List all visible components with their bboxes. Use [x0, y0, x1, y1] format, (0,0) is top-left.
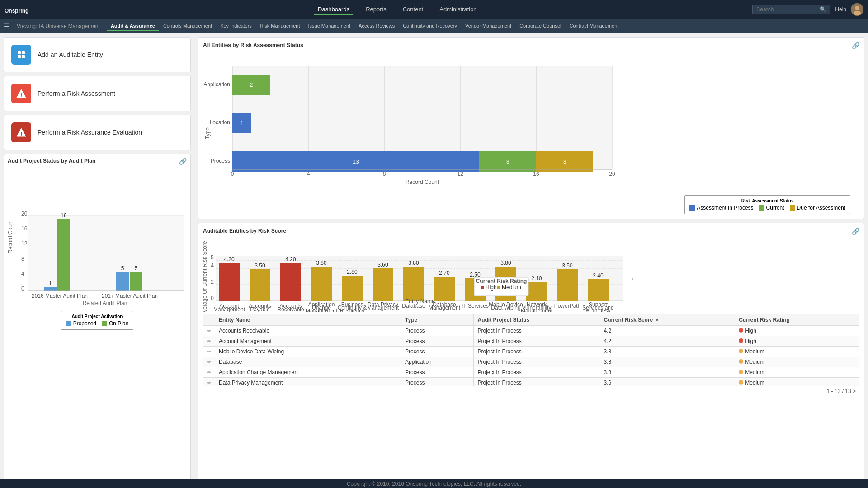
svg-rect-85: [250, 269, 270, 301]
avatar[interactable]: [851, 3, 863, 16]
svg-text:Payable: Payable: [250, 306, 270, 312]
risk-assurance-icon: [11, 122, 31, 142]
svg-rect-31: [57, 219, 70, 291]
sec-nav-counsel[interactable]: Corporate Counsel: [516, 21, 565, 31]
risk-score-link[interactable]: 🔗: [852, 228, 859, 235]
entity-table-wrapper[interactable]: Entity Name Type Audit Project Status Cu…: [203, 314, 859, 386]
svg-point-2: [854, 11, 861, 15]
hamburger-icon[interactable]: ☰: [4, 23, 9, 30]
edit-cell[interactable]: ✏: [203, 357, 215, 367]
risk-status-svg: Type Application Location Process 2: [203, 52, 637, 192]
edit-cell[interactable]: ✏: [203, 336, 215, 347]
svg-rect-110: [434, 277, 455, 301]
col-header-score[interactable]: Current Risk Score ▼: [600, 314, 735, 326]
sec-nav-continuity[interactable]: Continuity and Recovery: [399, 21, 461, 31]
current-label: Current: [766, 205, 784, 211]
table-row: ✏ Data Privacy Management Process Projec…: [203, 378, 859, 387]
score-sort-icon[interactable]: ▼: [655, 317, 660, 323]
rating-dot: [739, 370, 743, 374]
risk-status-legend: Risk Assessment Status Assessment In Pro…: [203, 195, 859, 214]
sec-nav-key[interactable]: Key Indicators: [217, 21, 255, 31]
svg-text:Help Desk: Help Desk: [585, 308, 611, 312]
score-cell: 4.2: [600, 336, 735, 347]
edit-icon[interactable]: ✏: [207, 328, 211, 333]
nav-dashboards[interactable]: Dashboards: [314, 4, 353, 15]
risk-status-title: All Entities by Risk Assessment Status 🔗: [203, 42, 859, 49]
logo[interactable]: Onspring: [5, 4, 28, 15]
sec-nav-contract[interactable]: Contract Management: [566, 21, 622, 31]
svg-text:Management: Management: [306, 308, 338, 312]
in-process-label: Assessment In Process: [697, 205, 753, 211]
rating-cell: Medium: [735, 357, 859, 367]
entity-name-cell: Account Management: [215, 336, 401, 347]
svg-text:Location: Location: [210, 119, 230, 126]
risk-legend-title: Risk Assessment Status: [689, 198, 845, 203]
help-button[interactable]: Help: [835, 6, 846, 13]
col-header-type[interactable]: Type: [401, 314, 474, 326]
nav-reports[interactable]: Reports: [362, 4, 390, 15]
sec-nav-controls[interactable]: Controls Management: [160, 21, 216, 31]
entity-name-cell: Application Change Management: [215, 367, 401, 378]
col-header-status[interactable]: Audit Project Status: [474, 314, 600, 326]
sec-nav-vendor[interactable]: Vendor Management: [462, 21, 515, 31]
nav-administration[interactable]: Administration: [436, 4, 480, 15]
sec-nav-risk[interactable]: Risk Management: [256, 21, 304, 31]
sec-nav-access[interactable]: Access Reviews: [355, 21, 398, 31]
sec-nav-audit[interactable]: Audit & Assurance: [107, 21, 159, 31]
entity-name-cell: Database: [215, 357, 401, 367]
svg-text:2: 2: [250, 82, 253, 88]
score-cell: 4.2: [600, 326, 735, 336]
svg-text:2016 Master Audit Plan: 2016 Master Audit Plan: [32, 293, 88, 299]
footer: Copyright © 2010, 2016 Onspring Technolo…: [0, 479, 868, 488]
sec-nav-issue[interactable]: Issue Management: [305, 21, 354, 31]
viewing-context: Viewing: IA Universe Management: [17, 23, 100, 29]
status-cell: Project In Process: [474, 357, 600, 367]
svg-rect-14: [21, 132, 22, 135]
edit-cell[interactable]: ✏: [203, 326, 215, 336]
edit-icon[interactable]: ✏: [207, 370, 211, 375]
col-header-rating[interactable]: Current Risk Rating: [735, 314, 859, 326]
svg-text:3.50: 3.50: [562, 263, 573, 269]
audit-chart-link[interactable]: 🔗: [179, 158, 187, 165]
svg-text:Management: Management: [521, 308, 553, 312]
search-input[interactable]: [756, 6, 820, 13]
svg-text:2.80: 2.80: [347, 269, 358, 275]
col-header-entity[interactable]: Entity Name: [215, 314, 401, 326]
svg-text:Application: Application: [203, 81, 230, 88]
main-nav: Dashboards Reports Content Administratio…: [42, 4, 752, 15]
edit-cell[interactable]: ✏: [203, 347, 215, 357]
svg-text:2.40: 2.40: [593, 272, 604, 279]
risk-assurance-card[interactable]: Perform a Risk Assurance Evaluation: [4, 115, 191, 150]
risk-status-link[interactable]: 🔗: [852, 42, 859, 49]
svg-text:Management: Management: [429, 305, 461, 311]
legend-box: Risk Assessment Status Assessment In Pro…: [684, 195, 850, 214]
audit-legend-items: Proposed On Plan: [66, 320, 129, 327]
edit-cell[interactable]: ✏: [203, 378, 215, 387]
main-content: Add an Auditable Entity Perform a Risk A…: [0, 33, 868, 488]
svg-text:IT Services: IT Services: [462, 303, 489, 309]
rating-cell: High: [735, 336, 859, 347]
search-box[interactable]: 🔍: [752, 5, 830, 14]
add-entity-card[interactable]: Add an Auditable Entity: [4, 37, 191, 72]
legend-current: Current: [759, 205, 784, 211]
search-icon[interactable]: 🔍: [820, 6, 826, 13]
edit-icon[interactable]: ✏: [207, 380, 211, 385]
svg-rect-107: [403, 267, 424, 301]
nav-content[interactable]: Content: [399, 4, 427, 15]
edit-icon[interactable]: ✏: [207, 359, 211, 365]
risk-assessment-card[interactable]: Perform a Risk Assessment: [4, 76, 191, 111]
table-row: ✏ Mobile Device Data Wiping Process Proj…: [203, 347, 859, 357]
edit-icon[interactable]: ✏: [207, 349, 211, 354]
type-cell: Application: [401, 357, 474, 367]
table-row: ✏ Accounts Receivable Process Project In…: [203, 326, 859, 336]
rating-cell: Medium: [735, 378, 859, 387]
in-process-color: [689, 205, 695, 211]
svg-text:Entity Name: Entity Name: [405, 298, 435, 305]
svg-text:8: 8: [21, 256, 24, 262]
svg-text:Data Wiping: Data Wiping: [491, 305, 520, 311]
edit-cell[interactable]: ✏: [203, 367, 215, 378]
edit-icon[interactable]: ✏: [207, 338, 211, 344]
svg-text:5: 5: [211, 254, 214, 261]
svg-text:3.80: 3.80: [316, 260, 327, 266]
risk-score-section: Auditable Entities by Risk Score 🔗 Avera…: [198, 223, 864, 484]
